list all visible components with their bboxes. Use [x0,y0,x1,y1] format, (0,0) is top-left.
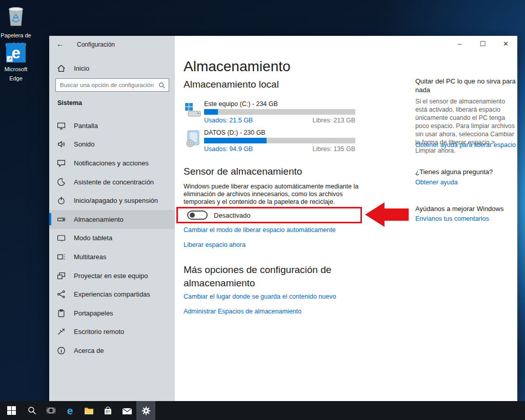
get-help-free-space-link[interactable]: Obtener ayuda para liberar espacio [415,141,516,149]
selected-accent-bar [49,213,51,225]
sidebar-item-label: Escritorio remoto [74,328,124,335]
sidebar-item-label: Experiencias compartidas [74,290,150,298]
sidebar-item-portapapeles[interactable]: Portapapeles [49,304,175,323]
sidebar-item-multitareas[interactable]: Multitareas [49,247,175,266]
sidebar-item-acerca-de[interactable]: Acerca de [49,341,175,360]
sidebar-item-inicio-apagado[interactable]: Inicio/apagado y suspensión [49,191,175,210]
sidebar-item-label: Proyectar en este equipo [74,272,148,280]
drive-usage-bar [204,138,355,143]
desktop-icon-recycle-bin[interactable]: Papelera de reciclaje [0,4,32,49]
display-icon [57,121,66,130]
more-storage-options-heading: Más opciones de configuración de almacen… [184,263,353,290]
sidebar-item-label: Notificaciones y acciones [74,159,149,167]
notifications-icon [57,159,66,167]
change-free-space-mode-link[interactable]: Cambiar el modo de liberar espacio autom… [184,226,336,234]
feedback-heading: Ayúdanos a mejorar Windows [415,204,503,213]
about-icon [57,346,66,355]
storage-sense-heading: Sensor de almacenamiento [184,166,302,177]
start-icon [7,406,16,415]
storage-icon [57,215,66,224]
sidebar-item-pantalla[interactable]: Pantalla [49,116,175,135]
settings-window: – ☐ ✕ ← Configuración Inicio [49,36,517,401]
maximize-button[interactable]: ☐ [471,36,494,51]
back-button[interactable]: ← [56,39,64,48]
edge-icon: e [67,405,73,416]
selected-accent-bar [49,194,51,206]
sound-icon [57,140,66,149]
minimize-button[interactable]: – [448,36,471,51]
taskbar: e [0,401,525,420]
selected-accent-bar [49,250,51,263]
send-feedback-link[interactable]: Envíanos tus comentarios [415,215,489,222]
sidebar-item-label: Sonido [74,140,94,148]
sidebar-section-title: Sistema [57,99,82,107]
taskbar-button-task-view[interactable] [42,401,60,420]
search-icon [28,406,36,415]
manage-storage-spaces-link[interactable]: Administrar Espacios de almacenamiento [184,308,301,315]
taskbar-button-edge[interactable]: e [60,401,79,420]
selected-accent-bar [49,269,51,282]
storage-sense-description: Windows puede liberar espacio automática… [184,183,364,206]
taskbar-button-store[interactable] [98,401,117,420]
sidebar-item-label: Almacenamiento [74,216,124,223]
sidebar-item-label: Pantalla [74,122,98,130]
taskbar-button-file-explorer[interactable] [79,401,98,420]
edge-tile-icon: e ↗ [0,43,32,62]
task-view-icon [47,406,55,415]
tablet-icon [57,234,66,242]
selected-accent-bar [49,232,51,244]
sidebar-item-label: Asistente de concentración [74,178,154,186]
page-title: Almacenamiento [184,58,291,75]
free-space-now-link[interactable]: Liberar espacio ahora [184,241,246,248]
sidebar-item-inicio[interactable]: Inicio [49,60,175,76]
taskbar-button-search[interactable] [23,401,42,420]
sidebar-item-label: Inicio/apagado y suspensión [74,197,158,204]
sidebar-item-sonido[interactable]: Sonido [49,135,175,154]
selected-accent-bar [49,326,51,338]
sidebar-item-almacenamiento[interactable]: Almacenamiento [49,210,175,229]
desktop-icon-label: Microsoft Edge [5,66,28,81]
drive-usage-bar [204,109,355,115]
drive-free-label: Libres: 213 GB [313,117,355,124]
drive-name: DATOS (D:) - 230 GB [204,129,355,136]
taskbar-button-start[interactable] [0,401,23,420]
sidebar-item-proyectar[interactable]: Proyectar en este equipo [49,266,175,285]
power-icon [57,196,66,205]
focus-assist-icon [57,178,66,186]
store-icon [104,406,112,415]
help-tip-heading: Quitar del PC lo que no sirva para nada [415,77,516,94]
desktop-icon-microsoft-edge[interactable]: e ↗ Microsoft Edge [0,43,32,82]
change-save-location-link[interactable]: Cambiar el lugar donde se guarda el cont… [184,293,336,300]
desktop-wallpaper: Papelera de reciclaje e ↗ Microsoft Edge… [0,0,525,420]
sidebar-item-notificaciones[interactable]: Notificaciones y acciones [49,154,175,173]
drive-used-label: Usados: 21.5 GB [204,117,253,124]
taskbar-button-mail[interactable] [117,401,136,420]
annotation-rectangle [176,207,362,223]
sidebar-item-modo-tableta[interactable]: Modo tableta [49,229,175,248]
drive-row-d[interactable]: DATOS (D:) - 230 GB Usados: 94.9 GB Libr… [184,129,358,153]
taskbar-button-settings[interactable] [136,401,155,420]
question-heading: ¿Tienes alguna pregunta? [415,167,493,176]
window-title: Configuración [77,41,115,48]
sidebar-item-asistente-concentracion[interactable]: Asistente de concentración [49,173,175,192]
sidebar-item-escritorio-remoto[interactable]: Escritorio remoto [49,323,175,342]
local-storage-heading: Almacenamiento local [184,79,279,90]
data-drive-icon [184,130,201,150]
selected-accent-bar [49,157,51,169]
drive-row-c[interactable]: Este equipo (C:) - 234 GB Usados: 21.5 G… [184,100,358,124]
search-input[interactable] [56,82,158,88]
sidebar-item-experiencias[interactable]: Experiencias compartidas [49,285,175,304]
home-icon [57,64,66,73]
shared-experiences-icon [57,290,66,299]
clipboard-icon [57,309,66,318]
settings-gear-icon [142,406,151,415]
drive-usage-fill [204,138,267,143]
sidebar-item-label: Portapapeles [74,309,113,317]
drive-free-label: Libres: 135 GB [313,145,355,153]
close-button[interactable]: ✕ [494,36,517,51]
settings-search-box[interactable] [55,78,169,92]
get-help-link[interactable]: Obtener ayuda [415,179,458,186]
selected-accent-bar [49,307,51,319]
file-explorer-icon [84,407,94,415]
search-icon [158,82,165,89]
